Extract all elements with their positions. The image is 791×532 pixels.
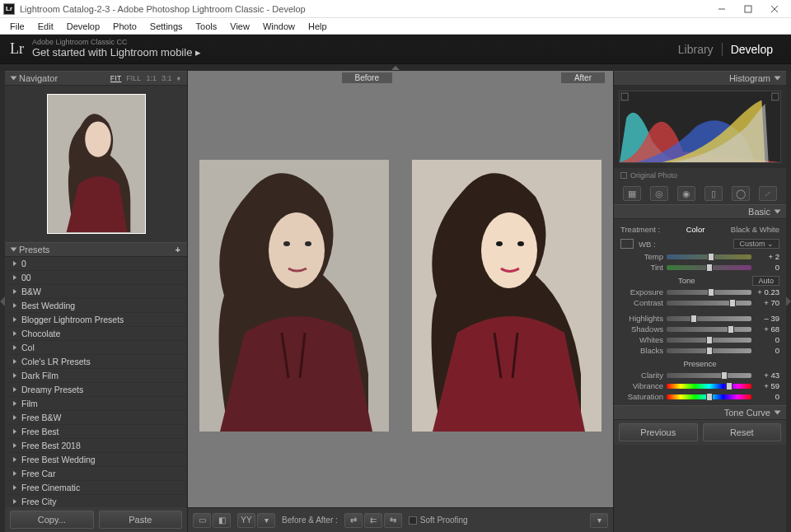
whites-slider[interactable] [667,338,751,343]
menu-settings[interactable]: Settings [143,21,190,31]
menu-file[interactable]: File [3,21,31,31]
crop-tool-icon[interactable]: ▦ [623,186,641,201]
preset-item[interactable]: Free Cinematic [5,481,187,495]
menu-photo[interactable]: Photo [106,21,143,31]
checkbox-icon[interactable] [620,172,627,179]
toolbar-menu-icon[interactable]: ▾ [590,513,608,528]
preset-item[interactable]: Cole's LR Presets [5,355,187,369]
soft-proofing-toggle[interactable]: Soft Proofing [409,516,468,525]
temp-slider[interactable] [667,254,751,259]
radial-tool-icon[interactable]: ◯ [732,186,750,201]
preset-item[interactable]: Blogger Lightroom Presets [5,313,187,327]
tint-slider[interactable] [667,265,751,270]
preset-item[interactable]: Free City [5,495,187,507]
clarity-slider[interactable] [667,373,751,378]
zoom-more-icon[interactable]: ♦ [176,74,180,82]
preset-item[interactable]: 0 [5,257,187,271]
saturation-value[interactable]: 0 [755,392,779,401]
navigator-preview[interactable] [5,86,187,242]
preset-item[interactable]: Dark Film [5,369,187,383]
close-button[interactable] [761,1,788,17]
tint-value[interactable]: 0 [755,263,779,272]
shadows-value[interactable]: + 68 [755,324,779,334]
loupe-view-icon[interactable]: ▭ [193,513,211,528]
mobile-tagline[interactable]: Get started with Lightroom mobile ▸ [32,47,201,58]
redeye-tool-icon[interactable]: ◉ [677,186,695,201]
menu-develop[interactable]: Develop [60,21,106,31]
after-image-area[interactable] [402,84,611,507]
menu-window[interactable]: Window [256,21,302,31]
menu-edit[interactable]: Edit [31,21,60,31]
treatment-color[interactable]: Color [686,225,705,234]
temp-value[interactable]: + 2 [755,252,779,261]
preset-item[interactable]: Free B&W [5,411,187,425]
swap-icon[interactable]: ⇄ [344,513,363,528]
histogram-panel[interactable] [614,86,786,168]
whites-value[interactable]: 0 [755,335,779,344]
presets-header[interactable]: Presets + [5,242,187,257]
paste-button[interactable]: Paste [99,511,183,529]
highlights-value[interactable]: – 39 [755,314,779,323]
minimize-button[interactable] [709,1,735,17]
add-preset-icon[interactable]: + [176,245,180,254]
preset-item[interactable]: Free Car [5,467,187,481]
reset-button[interactable]: Reset [703,423,782,441]
clarity-value[interactable]: + 43 [755,371,779,380]
graduated-tool-icon[interactable]: ▯ [704,186,723,201]
auto-tone-button[interactable]: Auto [752,276,779,286]
contrast-slider[interactable] [667,301,751,306]
preset-item[interactable]: Best Wedding [5,299,187,313]
maximize-button[interactable] [735,1,761,17]
histogram-header[interactable]: Histogram [614,71,786,86]
brush-tool-icon[interactable]: ⟋ [759,186,777,201]
basic-header[interactable]: Basic [614,204,786,219]
blacks-slider[interactable] [667,348,751,353]
contrast-value[interactable]: + 70 [755,298,779,307]
copy-button[interactable]: Copy... [10,511,94,529]
vibrance-value[interactable]: + 59 [755,381,779,390]
zoom-1-1[interactable]: 1:1 [146,74,157,82]
wb-dropdown[interactable]: Custom ⌄ [733,239,779,249]
presets-list[interactable]: 0 00 B&W Best Wedding Blogger Lightroom … [5,257,187,507]
module-library[interactable]: Library [670,43,722,56]
menu-tools[interactable]: Tools [190,21,224,31]
copy-after-icon[interactable]: ⇆ [384,513,402,528]
preset-item[interactable]: Free Best 2018 [5,439,187,453]
preset-item[interactable]: Free Best Wedding [5,453,187,467]
wb-picker-icon[interactable] [620,239,634,249]
menu-help[interactable]: Help [302,21,334,31]
zoom-3-1[interactable]: 3:1 [161,74,172,82]
checkbox-icon[interactable] [409,516,417,525]
saturation-slider[interactable] [667,394,751,399]
preset-item[interactable]: Film [5,397,187,411]
right-panel-toggle[interactable] [786,71,791,532]
menu-view[interactable]: View [223,21,256,31]
original-photo-toggle[interactable]: Original Photo [614,168,786,183]
before-image-area[interactable] [190,84,399,507]
preset-item[interactable]: Dreamy Presets [5,383,187,397]
before-after-lr-icon[interactable]: YY [237,513,255,528]
vibrance-slider[interactable] [667,384,751,389]
zoom-fill[interactable]: FILL [126,74,141,82]
exposure-value[interactable]: + 0.23 [755,287,779,296]
copy-before-icon[interactable]: ⇇ [364,513,382,528]
preset-item[interactable]: 00 [5,271,187,285]
module-develop[interactable]: Develop [722,43,781,56]
before-after-menu-icon[interactable]: ▾ [257,513,275,528]
exposure-slider[interactable] [667,290,751,295]
tone-curve-header[interactable]: Tone Curve [614,405,786,420]
blacks-value[interactable]: 0 [755,346,779,355]
shadows-slider[interactable] [667,327,751,332]
treatment-bw[interactable]: Black & White [731,225,779,234]
highlights-slider[interactable] [667,316,751,321]
top-panel-toggle[interactable] [0,64,791,71]
navigator-header[interactable]: Navigator FIT FILL 1:1 3:1 ♦ [5,71,187,86]
previous-button[interactable]: Previous [619,423,698,441]
preset-item[interactable]: Free Best [5,425,187,439]
compare-view-icon[interactable]: ◧ [213,513,231,528]
preset-item[interactable]: Chocolate [5,327,187,341]
spot-tool-icon[interactable]: ◎ [650,186,668,201]
preset-item[interactable]: Col [5,341,187,355]
zoom-fit[interactable]: FIT [110,74,122,82]
preset-item[interactable]: B&W [5,285,187,299]
